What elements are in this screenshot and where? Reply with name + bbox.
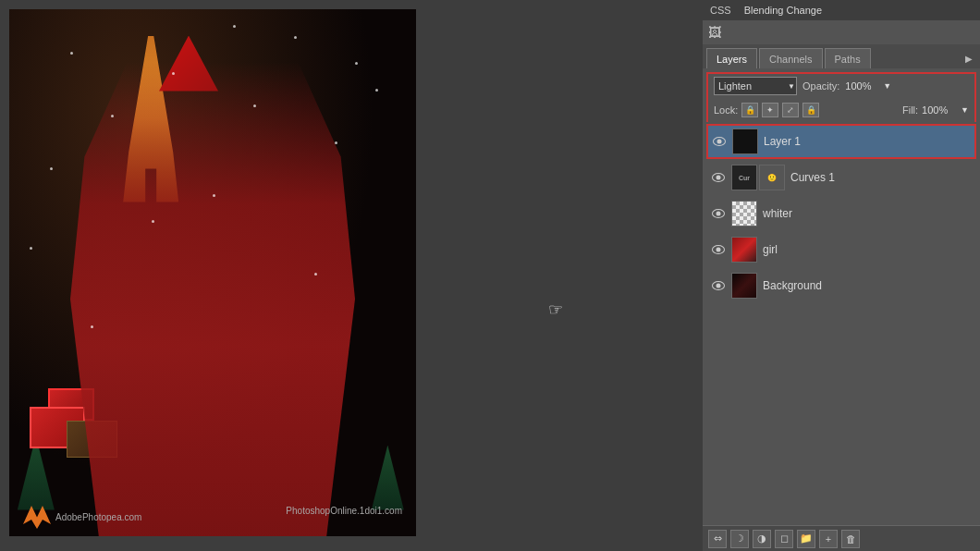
opacity-arrow[interactable]: ▼ bbox=[883, 81, 891, 91]
eye-icon-background bbox=[712, 281, 725, 290]
cursor-hand-icon: ☞ bbox=[548, 300, 563, 320]
layer-eye-layer1[interactable] bbox=[712, 134, 727, 149]
tree-right bbox=[372, 446, 404, 510]
photo-background bbox=[9, 9, 416, 536]
right-panel: CSS Blending Change 🖼 Layers Channels Pa… bbox=[703, 0, 980, 551]
blending-change-title: Blending Change bbox=[744, 5, 822, 16]
opacity-value: 100% bbox=[845, 80, 877, 92]
mask-btn[interactable]: ◑ bbox=[753, 530, 771, 548]
fill-value: 100% bbox=[922, 104, 957, 116]
layer-thumb-curves-mask: 🙂 bbox=[759, 165, 785, 190]
bottom-toolbar: ⇔ ☽ ◑ ◻ 📁 + 🗑 bbox=[703, 525, 980, 551]
tabs-overflow-arrow[interactable]: ▶ bbox=[962, 48, 976, 68]
site-logo-left: AdobePhotopea.com bbox=[23, 506, 141, 529]
layer-name-background: Background bbox=[763, 279, 972, 292]
layer-name-whiter: whiter bbox=[763, 207, 972, 220]
image-icon: 🖼 bbox=[708, 25, 721, 40]
layer-eye-whiter[interactable] bbox=[711, 206, 726, 221]
tab-layers[interactable]: Layers bbox=[706, 48, 757, 68]
css-label: CSS bbox=[710, 5, 731, 16]
eye-icon-curves1 bbox=[712, 173, 725, 182]
layer-name-curves1: Curves 1 bbox=[790, 171, 972, 184]
layer-effects-btn[interactable]: ☽ bbox=[730, 530, 749, 548]
site-text-left: AdobePhotopea.com bbox=[55, 512, 141, 522]
layer-eye-background[interactable] bbox=[711, 278, 726, 293]
layer-name-layer1: Layer 1 bbox=[764, 135, 971, 148]
lock-pixel-btn[interactable]: ✦ bbox=[762, 103, 778, 117]
blend-mode-row: Lighten Normal Multiply Screen Overlay D… bbox=[706, 72, 976, 98]
delete-layer-btn[interactable]: 🗑 bbox=[841, 530, 860, 548]
layer-eye-girl[interactable] bbox=[711, 242, 726, 257]
girl-figure bbox=[70, 62, 355, 536]
icon-row: 🖼 bbox=[703, 20, 980, 44]
link-layers-btn[interactable]: ⇔ bbox=[708, 530, 727, 548]
layer-item-curves1[interactable]: Cur 🙂 Curves 1 bbox=[706, 160, 976, 195]
layer-thumb-whiter bbox=[731, 201, 757, 227]
folder-btn[interactable]: 📁 bbox=[797, 530, 815, 548]
fill-arrow[interactable]: ▼ bbox=[961, 105, 969, 115]
layer-thumb-background bbox=[731, 273, 757, 299]
fill-label: Fill: bbox=[902, 104, 918, 116]
eye-icon-girl bbox=[712, 245, 725, 254]
layer-name-girl: girl bbox=[763, 243, 972, 256]
lock-row: Lock: 🔒 ✦ ⤢ 🔒 Fill: 100% ▼ bbox=[706, 98, 976, 122]
blend-mode-wrapper[interactable]: Lighten Normal Multiply Screen Overlay D… bbox=[714, 77, 797, 95]
canvas-image: AdobePhotopea.com PhotoshopOnline.1doi1.… bbox=[9, 9, 416, 536]
layer-item-background[interactable]: Background bbox=[706, 268, 976, 303]
lock-position-btn[interactable]: 🔒 bbox=[741, 103, 758, 117]
tab-paths[interactable]: Paths bbox=[825, 48, 871, 68]
eye-icon-layer1 bbox=[713, 137, 726, 146]
layer-item-whiter[interactable]: whiter bbox=[706, 196, 976, 231]
layer-item-layer1[interactable]: Layer 1 bbox=[706, 124, 976, 159]
tabs-row: Layers Channels Paths ▶ bbox=[703, 44, 980, 68]
new-layer-btn[interactable]: + bbox=[819, 530, 838, 548]
opacity-label: Opacity: bbox=[802, 80, 839, 92]
lock-label: Lock: bbox=[714, 104, 738, 116]
site-text-right: PhotoshopOnline.1doi1.com bbox=[286, 506, 402, 529]
layer-thumb-layer1 bbox=[732, 129, 758, 154]
layer-thumb-curves-adjustment: Cur bbox=[731, 165, 757, 190]
bottom-watermarks: AdobePhotopea.com PhotoshopOnline.1doi1.… bbox=[9, 506, 416, 529]
canvas-area: AdobePhotopea.com PhotoshopOnline.1doi1.… bbox=[0, 0, 703, 551]
lock-all-btn[interactable]: 🔒 bbox=[802, 103, 819, 117]
lock-move-btn[interactable]: ⤢ bbox=[782, 103, 799, 117]
layer-eye-curves1[interactable] bbox=[711, 170, 726, 185]
logo-icon bbox=[23, 506, 51, 529]
tab-channels[interactable]: Channels bbox=[759, 48, 822, 68]
top-bar: CSS Blending Change bbox=[703, 0, 980, 20]
blend-mode-select[interactable]: Lighten Normal Multiply Screen Overlay D… bbox=[714, 77, 797, 95]
adjustment-btn[interactable]: ◻ bbox=[775, 530, 793, 548]
eye-icon-whiter bbox=[712, 209, 725, 218]
layer-item-girl[interactable]: girl bbox=[706, 232, 976, 267]
layers-list: Layer 1 Cur 🙂 Curves 1 wh bbox=[703, 122, 980, 525]
layer-thumb-girl bbox=[731, 237, 757, 263]
